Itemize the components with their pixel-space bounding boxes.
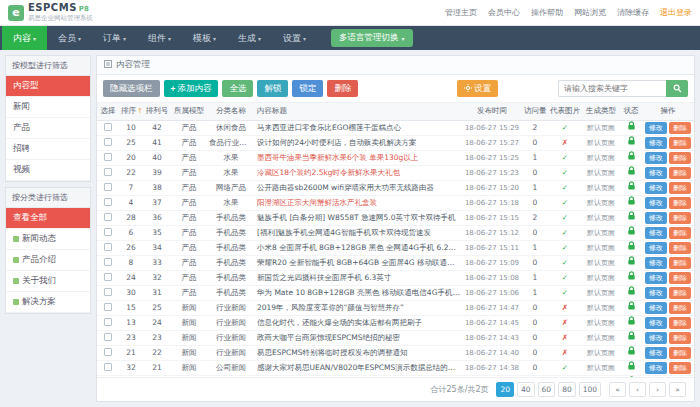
- delete-button[interactable]: 删除: [669, 287, 691, 299]
- edit-button[interactable]: 修改: [645, 332, 667, 344]
- content-title-link[interactable]: 易思ESPCMS特别将临时授权发布的调整通知: [257, 348, 408, 357]
- header-link[interactable]: 退出登录: [660, 7, 692, 18]
- lock-icon[interactable]: [627, 181, 636, 195]
- content-title-link[interactable]: 公开路由器sb2600M wifi穿墙家用大功率无线路由器: [257, 183, 434, 192]
- edit-button[interactable]: 修改: [645, 227, 667, 239]
- lock-icon[interactable]: [627, 226, 636, 240]
- lock-icon[interactable]: [627, 316, 636, 330]
- sidebar-item[interactable]: 解决方案: [6, 292, 90, 313]
- lock-icon[interactable]: [627, 121, 636, 135]
- sidebar-item[interactable]: 产品介绍: [6, 250, 90, 271]
- content-title-link[interactable]: 墨西哥牛油果当季新鲜水果6个装 单果130g以上: [257, 153, 418, 162]
- nav-item[interactable]: 设置▾: [272, 26, 317, 50]
- row-checkbox[interactable]: [104, 228, 112, 236]
- content-title-link[interactable]: 小米8 全面屏手机 8GB+128GB 黑色 全网通4G手机 6.21英寸: [257, 243, 462, 252]
- edit-button[interactable]: 修改: [645, 122, 667, 134]
- toolbar-button[interactable]: 锁定: [292, 80, 323, 97]
- content-title-link[interactable]: 阳澄湖区正宗大闸蟹鲜活水产礼盒装: [257, 198, 377, 207]
- sidebar-item[interactable]: 产品: [6, 118, 90, 139]
- header-link[interactable]: 网站浏览: [574, 7, 606, 18]
- row-checkbox[interactable]: [104, 123, 112, 131]
- content-title-link[interactable]: 冷藏区18个装约2.5kg时令新鲜水果大礼包: [257, 168, 400, 177]
- lock-icon[interactable]: [627, 346, 636, 360]
- edit-button[interactable]: 修改: [645, 287, 667, 299]
- content-title-link[interactable]: 魅族手机 [白条分期] W8558T 急速网5.0英寸双卡双待手机: [257, 213, 456, 222]
- sidebar-item[interactable]: 内容型: [6, 76, 90, 97]
- delete-button[interactable]: 删除: [669, 212, 691, 224]
- delete-button[interactable]: 删除: [669, 182, 691, 194]
- page-size-button[interactable]: 40: [517, 382, 535, 397]
- edit-button[interactable]: 修改: [645, 197, 667, 209]
- lock-icon[interactable]: [627, 151, 636, 165]
- edit-button[interactable]: 修改: [645, 257, 667, 269]
- lock-icon[interactable]: [627, 301, 636, 315]
- delete-button[interactable]: 删除: [669, 347, 691, 359]
- prev-page-icon[interactable]: ‹: [629, 382, 646, 397]
- content-title-link[interactable]: 荣耀R20 全新智能手机 8GB+64GB 全面屏4G 移动联通电信全网通手机: [257, 258, 462, 267]
- header-link[interactable]: 清除缓存: [617, 7, 649, 18]
- toolbar-button[interactable]: 删除: [327, 80, 358, 97]
- content-title-link[interactable]: [福利]魅族手机全网通4G智能手机双卡双待现货速发: [257, 228, 431, 237]
- nav-item[interactable]: 模板▾: [182, 26, 227, 50]
- nav-item[interactable]: 内容▾: [2, 26, 47, 50]
- content-title-link[interactable]: 华为 Mate 10 8GB+128GB 亮黑色 移动联通电信4G手机 5.9英…: [257, 288, 462, 297]
- content-title-link[interactable]: 政商大咖平台商策惊现ESPCMS绝招的秘密: [257, 333, 400, 342]
- content-title-link[interactable]: 感谢大家对易思UEAN/V8020年ESPCMS演示数据总结的支持: [257, 363, 462, 372]
- row-checkbox[interactable]: [104, 288, 112, 296]
- edit-button[interactable]: 修改: [645, 137, 667, 149]
- row-checkbox[interactable]: [104, 318, 112, 326]
- row-checkbox[interactable]: [104, 213, 112, 221]
- lock-icon[interactable]: [627, 196, 636, 210]
- content-title-link[interactable]: 马来西亚进口零食乐比EGO榴莲干蛋糕点心: [257, 123, 401, 132]
- row-checkbox[interactable]: [104, 153, 112, 161]
- delete-button[interactable]: 删除: [669, 332, 691, 344]
- edit-button[interactable]: 修改: [645, 212, 667, 224]
- edit-button[interactable]: 修改: [645, 272, 667, 284]
- delete-button[interactable]: 删除: [669, 122, 691, 134]
- row-checkbox[interactable]: [104, 363, 112, 371]
- lock-icon[interactable]: [627, 286, 636, 300]
- page-size-button[interactable]: 20: [496, 382, 514, 397]
- toolbar-button[interactable]: 隐藏选项栏: [103, 80, 160, 97]
- delete-button[interactable]: 删除: [669, 317, 691, 329]
- content-title-link[interactable]: 信息化时代，还能火爆全场的实体店都有两把刷子: [257, 318, 422, 327]
- sidebar-item[interactable]: 查看全部: [6, 208, 90, 229]
- row-checkbox[interactable]: [104, 243, 112, 251]
- header-link[interactable]: 管理主页: [445, 7, 477, 18]
- row-checkbox[interactable]: [104, 333, 112, 341]
- content-title-link[interactable]: 新国货之光四摄科技全面屏手机 6.3英寸: [257, 273, 391, 282]
- row-checkbox[interactable]: [104, 138, 112, 146]
- edit-button[interactable]: 修改: [645, 362, 667, 374]
- toolbar-button[interactable]: +添加内容: [164, 80, 219, 97]
- language-switch-button[interactable]: 多语言管理切换 ▾: [331, 29, 413, 47]
- nav-item[interactable]: 订单▾: [92, 26, 137, 50]
- lock-icon[interactable]: [627, 241, 636, 255]
- delete-button[interactable]: 删除: [669, 227, 691, 239]
- toolbar-button[interactable]: 解锁: [257, 80, 288, 97]
- search-input[interactable]: [558, 80, 666, 97]
- lock-icon[interactable]: [627, 211, 636, 225]
- sidebar-item[interactable]: 招聘: [6, 139, 90, 160]
- sidebar-item[interactable]: 新闻: [6, 97, 90, 118]
- page-size-button[interactable]: 60: [538, 382, 556, 397]
- delete-button[interactable]: 删除: [669, 197, 691, 209]
- header-link[interactable]: 操作帮助: [531, 7, 563, 18]
- edit-button[interactable]: 修改: [645, 167, 667, 179]
- nav-item[interactable]: 组件▾: [137, 26, 182, 50]
- last-page-icon[interactable]: »: [669, 382, 686, 397]
- first-page-icon[interactable]: «: [609, 382, 626, 397]
- delete-button[interactable]: 删除: [669, 137, 691, 149]
- row-checkbox[interactable]: [104, 348, 112, 356]
- lock-icon[interactable]: [627, 331, 636, 345]
- content-title-link[interactable]: 设计如何的24小时便利店，自动贩卖机解决方案: [257, 138, 417, 147]
- delete-button[interactable]: 删除: [669, 257, 691, 269]
- search-button[interactable]: [666, 80, 688, 97]
- lock-icon[interactable]: [627, 361, 636, 375]
- page-size-button[interactable]: 100: [579, 382, 601, 397]
- nav-item[interactable]: 生成▾: [227, 26, 272, 50]
- edit-button[interactable]: 修改: [645, 302, 667, 314]
- row-checkbox[interactable]: [104, 258, 112, 266]
- edit-button[interactable]: 修改: [645, 242, 667, 254]
- delete-button[interactable]: 删除: [669, 272, 691, 284]
- delete-button[interactable]: 删除: [669, 242, 691, 254]
